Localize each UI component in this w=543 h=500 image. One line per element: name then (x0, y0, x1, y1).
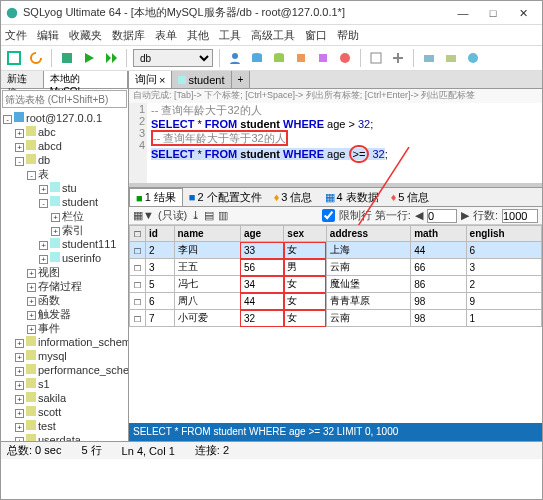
count-label: 行数: (473, 208, 498, 223)
tool-b-icon[interactable]: ▥ (218, 209, 228, 222)
refresh-icon[interactable] (27, 49, 45, 67)
col-address[interactable]: address (326, 226, 410, 242)
svg-rect-12 (424, 55, 434, 62)
maximize-button[interactable]: □ (478, 3, 508, 23)
run-icon[interactable] (80, 49, 98, 67)
limit-checkbox[interactable] (322, 209, 335, 222)
minimize-button[interactable]: — (448, 3, 478, 23)
titlebar: SQLyog Ultimate 64 - [本地的MySQL服务器/db - r… (1, 1, 542, 25)
status-rows: 5 行 (81, 443, 101, 458)
restab-5[interactable]: ♦5 信息 (385, 189, 436, 206)
object-tree[interactable]: -root@127.0.0.1 +abc +abcd -db -表 +stu -… (1, 109, 128, 441)
status-conn: 连接: 2 (195, 443, 229, 458)
svg-point-0 (7, 7, 18, 18)
svg-rect-2 (62, 53, 72, 63)
new-query-icon[interactable] (58, 49, 76, 67)
restab-3[interactable]: ♦3 信息 (268, 189, 319, 206)
limit-label: 限制行 第一行: (339, 208, 411, 223)
menu-fav[interactable]: 收藏夹 (69, 28, 102, 43)
col-sex[interactable]: sex (284, 226, 326, 242)
svg-rect-1 (8, 52, 20, 64)
svg-rect-9 (319, 54, 327, 62)
tool1-icon[interactable] (292, 49, 310, 67)
menu-help[interactable]: 帮助 (337, 28, 359, 43)
db-dropdown[interactable]: db (133, 49, 213, 67)
new-conn-icon[interactable] (5, 49, 23, 67)
svg-rect-13 (446, 55, 456, 62)
restab-1[interactable]: ■1 结果 (129, 188, 183, 206)
max-input[interactable] (502, 209, 538, 223)
filter-input[interactable] (2, 90, 127, 108)
col-english[interactable]: english (466, 226, 541, 242)
tool3-icon[interactable] (336, 49, 354, 67)
tool2-icon[interactable] (314, 49, 332, 67)
run-all-icon[interactable] (102, 49, 120, 67)
close-tab-icon[interactable]: × (159, 74, 165, 86)
col-name[interactable]: name (174, 226, 240, 242)
menu-other[interactable]: 其他 (187, 28, 209, 43)
sql-editor[interactable]: 1234 -- 查询年龄大于32的人 SELECT * FROM student… (129, 103, 542, 183)
menu-table[interactable]: 表单 (155, 28, 177, 43)
tool4-icon[interactable] (367, 49, 385, 67)
menu-tools[interactable]: 工具 (219, 28, 241, 43)
content-area: 询问 × student + 自动完成: [Tab]-> 下个标签; [Ctrl… (129, 71, 542, 441)
svg-rect-8 (297, 54, 305, 62)
window-title: SQLyog Ultimate 64 - [本地的MySQL服务器/db - r… (23, 5, 448, 20)
autocomplete-hint: 自动完成: [Tab]-> 下个标签; [Ctrl+Space]-> 列出所有标… (129, 89, 542, 103)
next-page-icon[interactable]: ▶ (461, 209, 469, 222)
tool6-icon[interactable] (420, 49, 438, 67)
subtab-query[interactable]: 询问 × (129, 71, 172, 88)
result-grid[interactable]: □idnameagesexaddressmathenglish□2李四33女上海… (129, 225, 542, 423)
menu-adv[interactable]: 高级工具 (251, 28, 295, 43)
restab-2[interactable]: ■2 个配置文件 (183, 189, 268, 206)
subtab-student[interactable]: student (172, 71, 231, 88)
svg-point-3 (232, 53, 238, 59)
svg-point-14 (468, 53, 478, 63)
executed-sql: SELECT * FROM student WHERE age >= 32 LI… (129, 423, 542, 441)
col-math[interactable]: math (411, 226, 466, 242)
db-icon[interactable] (248, 49, 266, 67)
svg-rect-7 (274, 55, 284, 62)
table-row[interactable]: □3王五56男云南663 (130, 259, 542, 276)
prev-page-icon[interactable]: ◀ (415, 209, 423, 222)
table-row[interactable]: □5冯七34女魔仙堡862 (130, 276, 542, 293)
table-row[interactable]: □2李四33女上海446 (130, 242, 542, 259)
tool-a-icon[interactable]: ▤ (204, 209, 214, 222)
readonly-label: (只读) (158, 208, 187, 223)
menubar: 文件 编辑 收藏夹 数据库 表单 其他 工具 高级工具 窗口 帮助 (1, 25, 542, 45)
sidetab-new[interactable]: 新连接 (1, 71, 44, 88)
tool8-icon[interactable] (464, 49, 482, 67)
menu-edit[interactable]: 编辑 (37, 28, 59, 43)
svg-point-10 (340, 53, 350, 63)
col-age[interactable]: age (240, 226, 283, 242)
tool7-icon[interactable] (442, 49, 460, 67)
app-logo-icon (5, 6, 19, 20)
table-row[interactable]: □6周八44女青青草原989 (130, 293, 542, 310)
subtab-add[interactable]: + (232, 71, 251, 88)
from-input[interactable] (427, 209, 457, 223)
statusbar: 总数: 0 sec 5 行 Ln 4, Col 1 连接: 2 (1, 441, 542, 459)
restab-4[interactable]: ▦4 表数据 (319, 189, 385, 206)
status-cursor: Ln 4, Col 1 (122, 445, 175, 457)
close-button[interactable]: ✕ (508, 3, 538, 23)
toolbar: db (1, 45, 542, 71)
view-icon[interactable]: ▦▼ (133, 209, 154, 222)
svg-rect-5 (252, 55, 262, 62)
table-row[interactable]: □7小可爱32女云南981 (130, 310, 542, 327)
tool5-icon[interactable] (389, 49, 407, 67)
menu-file[interactable]: 文件 (5, 28, 27, 43)
menu-db[interactable]: 数据库 (112, 28, 145, 43)
status-total: 总数: 0 sec (7, 443, 61, 458)
db2-icon[interactable] (270, 49, 288, 67)
user-icon[interactable] (226, 49, 244, 67)
export-icon[interactable]: ⤓ (191, 209, 200, 222)
sidebar: 新连接 本地的MySQL... -root@127.0.0.1 +abc +ab… (1, 71, 129, 441)
col-id[interactable]: id (146, 226, 175, 242)
menu-window[interactable]: 窗口 (305, 28, 327, 43)
sidetab-local[interactable]: 本地的MySQL... (44, 71, 128, 88)
svg-rect-11 (371, 53, 381, 63)
